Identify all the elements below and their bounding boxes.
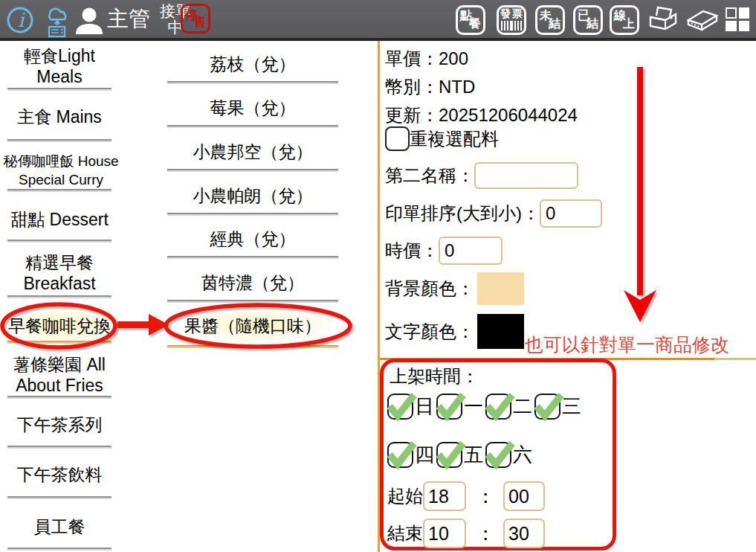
divider — [7, 189, 112, 190]
stop-sale-badge[interactable]: 停 售 — [181, 4, 210, 33]
day-checkbox-wed[interactable] — [534, 394, 560, 420]
nav-invoice-button[interactable]: 發 票 — [497, 5, 526, 35]
currency-row: 幣別： NTD — [385, 75, 475, 99]
check-icon — [484, 438, 515, 469]
sidebar-item-light-meals[interactable]: 輕食LightMeals — [0, 45, 119, 87]
user-role-label: 主管 — [107, 0, 150, 38]
nav-order-button[interactable]: 點 餐 — [456, 5, 485, 35]
sidebar-item-mains[interactable]: 主食 Mains — [0, 106, 119, 127]
product-item-classic[interactable]: 經典（兌） — [152, 228, 353, 249]
currency-label: 幣別： — [385, 75, 439, 99]
nav-unsettled-button[interactable]: 未 結 — [535, 5, 565, 35]
divider — [7, 446, 112, 447]
start-minute-input[interactable] — [503, 481, 545, 511]
currency-value: NTD — [439, 77, 475, 97]
day-label: 三 — [562, 394, 581, 420]
text-color-row: 文字顏色： — [385, 314, 524, 349]
sidebar-item-dessert[interactable]: 甜點 Dessert — [0, 209, 119, 230]
updated-label: 更新： — [385, 103, 439, 127]
text-color-label: 文字顏色： — [385, 320, 474, 344]
nav-settled-button[interactable]: 已 結 — [573, 5, 603, 35]
print-sort-row: 印單排序(大到小)： — [385, 199, 602, 228]
time-separator: ： — [476, 521, 495, 547]
divider — [7, 240, 112, 241]
check-icon — [386, 390, 417, 421]
schedule-end-row: 結束 ： — [387, 519, 545, 548]
info-icon[interactable]: i — [6, 6, 34, 34]
divider — [167, 300, 338, 301]
day-checkbox-sun[interactable] — [387, 394, 413, 420]
second-name-row: 第二名稱： — [385, 162, 578, 189]
day-checkbox-mon[interactable] — [436, 394, 462, 420]
end-hour-input[interactable] — [423, 519, 466, 548]
sidebar-item-breakfast-coffee-exchange[interactable]: 早餐咖啡兌換 — [0, 315, 119, 336]
product-item-lychee[interactable]: 荔枝（兌） — [152, 54, 353, 74]
day-label: 日 — [415, 394, 434, 420]
pos-app: i 主管 接單 中 停 售 點 餐 發 票 — [0, 0, 756, 552]
product-item-intenso[interactable]: 茵特濃（兌） — [152, 272, 353, 293]
day-label: 四 — [415, 442, 434, 468]
sidebar-item-afternoon-tea-drinks[interactable]: 下午茶飲料 — [0, 464, 119, 485]
bg-color-label: 背景顏色： — [385, 277, 474, 301]
repeat-topping-label: 重複選配料 — [410, 127, 499, 151]
divider — [7, 88, 112, 89]
product-item-berry[interactable]: 莓果（兌） — [152, 97, 353, 118]
print-sort-input[interactable] — [540, 199, 602, 228]
market-price-row: 時價： — [385, 237, 503, 265]
time-separator: ： — [476, 484, 495, 510]
start-hour-input[interactable] — [423, 481, 466, 511]
schedule-days-row-1: 日 一 二 三 — [387, 394, 584, 420]
schedule-days-row-2: 四 五 六 — [387, 442, 534, 468]
divider — [167, 256, 338, 257]
day-checkbox-sat[interactable] — [485, 442, 511, 468]
second-name-input[interactable] — [474, 162, 578, 189]
sidebar-item-afternoon-tea-series[interactable]: 下午茶系列 — [0, 414, 119, 435]
text-color-swatch[interactable] — [477, 314, 524, 349]
repeat-topping-row: 重複選配料 — [385, 126, 499, 151]
divider — [7, 548, 112, 549]
divider — [7, 139, 112, 141]
nav-online-button[interactable]: 線 上 — [610, 5, 639, 35]
divider — [7, 396, 112, 397]
day-checkbox-tue[interactable] — [485, 394, 511, 420]
market-price-input[interactable] — [439, 237, 503, 265]
repeat-topping-checkbox[interactable] — [385, 126, 410, 151]
product-item-jam-random[interactable]: 果醬（隨機口味） — [152, 315, 353, 336]
day-checkbox-thu[interactable] — [387, 442, 413, 468]
check-icon — [435, 438, 466, 469]
check-icon — [386, 438, 417, 469]
product-item-bangkong[interactable]: 小農邦空（兌） — [152, 141, 353, 162]
start-time-label: 起始 — [387, 484, 423, 508]
user-avatar-icon[interactable] — [73, 7, 106, 34]
print-sort-label: 印單排序(大到小)： — [385, 202, 540, 225]
second-name-label: 第二名稱： — [385, 164, 474, 187]
sidebar-item-all-about-fries[interactable]: 薯條樂園 AllAbout Fries — [0, 354, 119, 396]
sidebar-item-breakfast[interactable]: 精選早餐Breakfast — [0, 252, 119, 294]
updated-row: 更新： 20251206044024 — [385, 103, 578, 127]
sidebar-item-house-special-curry[interactable]: 秘傳咖哩飯 HouseSpecial Curry — [0, 152, 124, 189]
bg-color-row: 背景顏色： — [385, 272, 524, 305]
top-toolbar: i 主管 接單 中 停 售 點 餐 發 票 — [0, 0, 756, 41]
cash-drawer-icon[interactable] — [685, 8, 720, 33]
product-item-palang[interactable]: 小農帕朗（兌） — [152, 185, 353, 206]
barcode-decor — [501, 21, 511, 31]
end-minute-input[interactable] — [503, 519, 545, 548]
layout-grid-icon[interactable] — [726, 7, 749, 31]
svg-text:i: i — [18, 9, 25, 31]
divider — [167, 213, 338, 214]
divider — [7, 295, 112, 297]
unit-price-row: 單價： 200 — [385, 47, 468, 71]
day-label: 一 — [464, 394, 483, 420]
vertical-arrow — [624, 67, 656, 322]
end-time-label: 結束 — [387, 521, 423, 545]
day-label: 五 — [464, 442, 483, 468]
printer-icon[interactable] — [647, 5, 679, 35]
day-label: 二 — [513, 394, 532, 420]
cloud-sync-icon[interactable] — [41, 2, 74, 38]
check-icon — [533, 390, 564, 421]
bg-color-swatch[interactable] — [477, 272, 524, 305]
schedule-start-row: 起始 ： — [387, 481, 545, 511]
sidebar-item-staff-meal[interactable]: 員工餐 — [0, 516, 119, 537]
divider — [167, 125, 338, 126]
day-checkbox-fri[interactable] — [436, 442, 462, 468]
